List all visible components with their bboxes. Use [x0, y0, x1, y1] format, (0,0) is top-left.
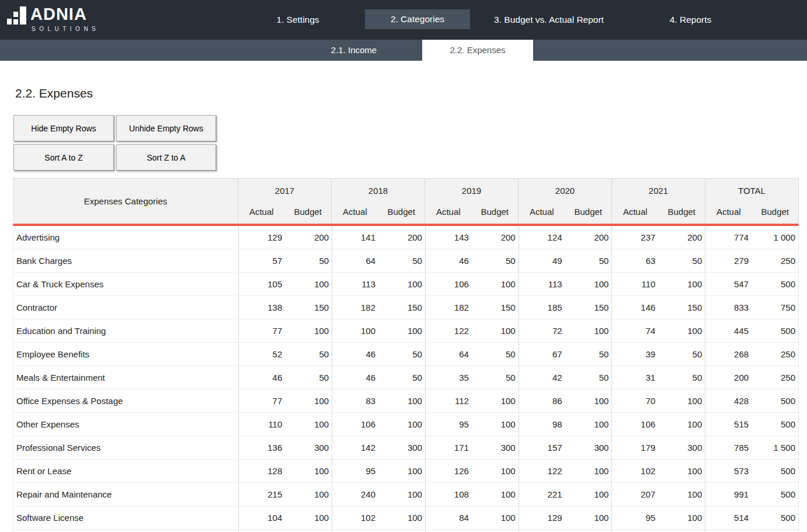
cell-budget[interactable]: 100	[658, 483, 705, 506]
unhide-empty-rows-button[interactable]: Unhide Empty Rows	[116, 115, 216, 141]
sort-a-to-z-button[interactable]: Sort A to Z	[13, 144, 114, 171]
cell-budget[interactable]: 150	[472, 296, 519, 319]
cell-actual[interactable]: 126	[425, 460, 472, 482]
cell-budget[interactable]: 200	[472, 226, 519, 249]
cell-budget[interactable]: 100	[658, 273, 705, 295]
cell-actual[interactable]: 122	[425, 319, 472, 342]
cell-actual[interactable]: 64	[332, 249, 378, 272]
cell-actual[interactable]: 547	[705, 273, 752, 295]
cell-actual[interactable]: 515	[705, 413, 752, 436]
cell-actual[interactable]	[611, 530, 658, 532]
cell-actual[interactable]: 215	[238, 483, 285, 506]
cell-actual[interactable]: 445	[705, 319, 752, 342]
tab-income[interactable]: 2.1. Income	[281, 40, 426, 61]
cell-budget[interactable]: 50	[565, 343, 612, 366]
cell-actual[interactable]: 106	[425, 273, 472, 295]
cell-budget[interactable]: 100	[285, 483, 332, 506]
cell-actual[interactable]: 86	[519, 390, 565, 412]
cell-budget[interactable]: 300	[658, 436, 705, 459]
cell-budget[interactable]: 100	[472, 273, 519, 295]
cell-budget[interactable]: 500	[752, 413, 798, 436]
cell-actual[interactable]: 100	[332, 319, 378, 342]
cell-budget[interactable]: 250	[752, 343, 798, 366]
cell-actual[interactable]: 77	[238, 319, 285, 342]
cell-actual[interactable]: 514	[705, 506, 752, 529]
cell-budget[interactable]: 100	[285, 390, 332, 412]
cell-budget[interactable]: 100	[565, 506, 612, 529]
cell-budget[interactable]: 500	[752, 506, 798, 529]
cell-actual[interactable]: 142	[332, 436, 378, 459]
cell-actual[interactable]: 110	[238, 413, 285, 436]
category-cell[interactable]: Other Expenses	[13, 413, 238, 436]
cell-budget[interactable]: 100	[378, 483, 425, 506]
cell-actual[interactable]: 70	[611, 390, 658, 412]
cell-actual[interactable]: 108	[425, 483, 472, 506]
cell-actual[interactable]: 573	[705, 460, 752, 482]
cell-budget[interactable]: 50	[658, 366, 705, 389]
cell-budget[interactable]: 100	[658, 506, 705, 529]
cell-actual[interactable]: 46	[425, 249, 472, 272]
category-cell[interactable]: Rent or Lease	[13, 460, 238, 482]
category-cell[interactable]	[13, 530, 238, 532]
cell-budget[interactable]: 100	[472, 483, 519, 506]
cell-actual[interactable]: 129	[238, 226, 285, 249]
cell-actual[interactable]: 46	[332, 343, 378, 366]
hide-empty-rows-button[interactable]: Hide Empty Rows	[13, 115, 114, 141]
cell-budget[interactable]: 500	[752, 483, 798, 506]
cell-actual[interactable]: 122	[519, 460, 565, 482]
cell-actual[interactable]: 179	[611, 436, 658, 459]
cell-budget[interactable]: 50	[285, 366, 332, 389]
cell-actual[interactable]: 46	[332, 366, 378, 389]
cell-actual[interactable]	[332, 530, 378, 532]
cell-budget[interactable]: 50	[285, 343, 332, 366]
category-cell[interactable]: Advertising	[13, 226, 238, 249]
cell-actual[interactable]: 77	[238, 390, 285, 412]
cell-budget[interactable]: 1 000	[752, 226, 798, 249]
cell-budget[interactable]	[752, 530, 798, 532]
cell-budget[interactable]: 150	[658, 296, 705, 319]
cell-actual[interactable]: 102	[332, 506, 378, 529]
tab-reports[interactable]: 4. Reports	[642, 0, 739, 40]
cell-actual[interactable]: 104	[238, 506, 285, 529]
cell-actual[interactable]: 49	[519, 249, 565, 272]
cell-budget[interactable]: 100	[565, 273, 612, 295]
cell-actual[interactable]: 240	[332, 483, 378, 506]
cell-budget[interactable]: 200	[378, 226, 425, 249]
cell-actual[interactable]: 52	[238, 343, 285, 366]
cell-budget[interactable]: 50	[472, 249, 519, 272]
cell-budget[interactable]: 100	[472, 506, 519, 529]
cell-budget[interactable]: 200	[658, 226, 705, 249]
cell-budget[interactable]: 100	[565, 390, 612, 412]
cell-actual[interactable]: 991	[705, 483, 752, 506]
cell-budget[interactable]: 100	[565, 483, 612, 506]
cell-actual[interactable]: 785	[705, 436, 752, 459]
cell-actual[interactable]: 84	[425, 506, 472, 529]
cell-budget[interactable]: 200	[285, 226, 332, 249]
cell-actual[interactable]: 39	[611, 343, 658, 366]
cell-actual[interactable]: 774	[705, 226, 752, 249]
cell-budget[interactable]: 300	[565, 436, 612, 459]
cell-budget[interactable]	[658, 530, 705, 532]
cell-budget[interactable]: 100	[378, 273, 425, 295]
cell-actual[interactable]: 113	[332, 273, 378, 295]
cell-budget[interactable]: 100	[378, 506, 425, 529]
cell-actual[interactable]: 95	[611, 506, 658, 529]
cell-budget[interactable]: 100	[378, 460, 425, 482]
cell-budget[interactable]	[378, 530, 425, 532]
cell-budget[interactable]: 200	[565, 226, 612, 249]
tab-expenses[interactable]: 2.2. Expenses	[422, 40, 533, 61]
cell-actual[interactable]	[519, 530, 565, 532]
cell-budget[interactable]: 50	[472, 366, 519, 389]
cell-budget[interactable]: 50	[378, 249, 425, 272]
cell-budget[interactable]: 100	[565, 319, 612, 342]
cell-actual[interactable]: 279	[705, 249, 752, 272]
cell-budget[interactable]: 500	[752, 390, 798, 412]
cell-budget[interactable]: 100	[565, 460, 612, 482]
cell-actual[interactable]: 129	[519, 506, 565, 529]
cell-actual[interactable]: 207	[611, 483, 658, 506]
cell-budget[interactable]: 100	[285, 413, 332, 436]
tab-budget-vs-actual-report[interactable]: 3. Budget vs. Actual Report	[476, 0, 622, 40]
cell-budget[interactable]: 50	[285, 249, 332, 272]
cell-budget[interactable]: 100	[285, 273, 332, 295]
sort-z-to-a-button[interactable]: Sort Z to A	[116, 144, 216, 171]
